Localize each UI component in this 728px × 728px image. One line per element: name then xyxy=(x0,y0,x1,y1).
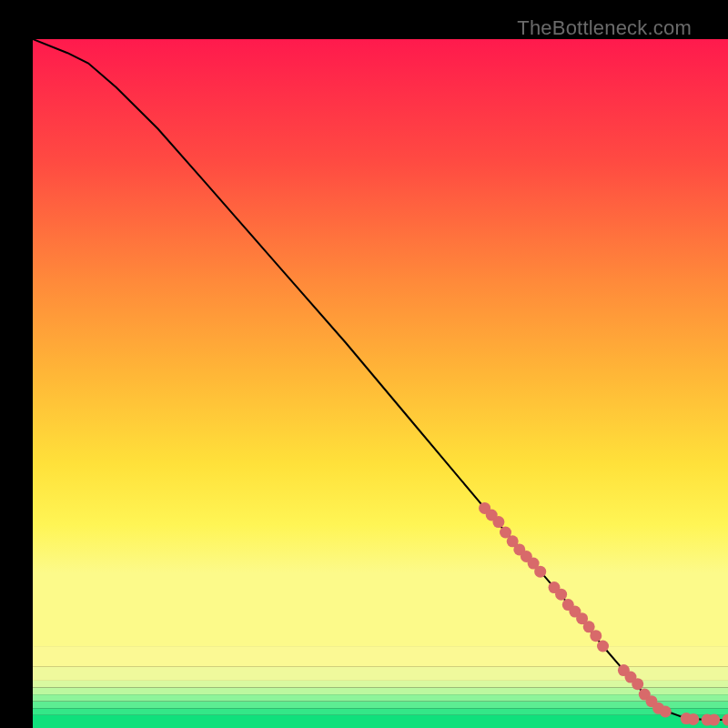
chart-frame: TheBottleneck.com xyxy=(16,16,712,712)
scatter-point xyxy=(590,630,602,642)
watermark-text: TheBottleneck.com xyxy=(517,16,692,40)
scatter-point xyxy=(597,641,609,652)
scatter-point xyxy=(687,713,699,725)
bottleneck-curve xyxy=(33,39,728,720)
scatter-point xyxy=(632,678,643,690)
scatter-point xyxy=(555,589,567,601)
scatter-point xyxy=(534,566,546,578)
curve-layer xyxy=(33,39,728,728)
scatter-points xyxy=(479,502,728,726)
scatter-point xyxy=(660,706,672,718)
scatter-point xyxy=(708,714,720,726)
scatter-point xyxy=(723,714,729,726)
scatter-point xyxy=(492,516,504,528)
plot-area xyxy=(33,39,728,728)
